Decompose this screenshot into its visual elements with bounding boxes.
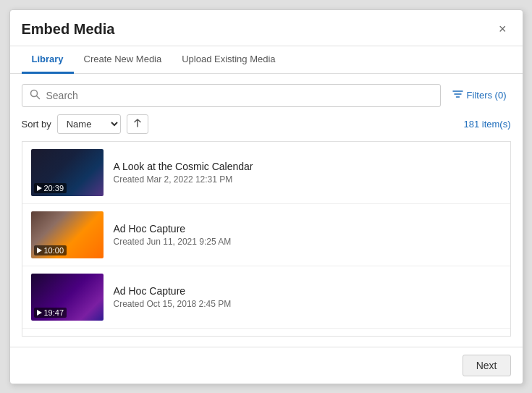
- filter-icon: [452, 90, 463, 100]
- embed-media-dialog: Embed Media × Library Create New Media U…: [9, 9, 523, 384]
- search-box: [22, 84, 441, 107]
- svg-line-1: [36, 96, 39, 98]
- duration-badge: 19:47: [34, 308, 67, 318]
- media-created: Created Mar 2, 2022 12:31 PM: [114, 174, 502, 185]
- item-count: 181 item(s): [463, 119, 510, 130]
- media-list[interactable]: 20:39 A Look at the Cosmic Calendar Crea…: [22, 142, 510, 336]
- media-title: Ad Hoc Capture: [114, 223, 502, 234]
- thumbnail: 20:39: [31, 149, 104, 196]
- thumbnail: 19:47: [31, 274, 104, 321]
- media-created: Created Oct 15, 2018 2:45 PM: [114, 299, 502, 309]
- list-item[interactable]: 10:00 Ad Hoc Capture Created Jun 11, 202…: [22, 204, 510, 266]
- tab-create-new-media[interactable]: Create New Media: [74, 46, 172, 74]
- close-button[interactable]: ×: [494, 20, 511, 38]
- media-info: Ad Hoc Capture Created Jun 11, 2021 9:25…: [114, 223, 502, 247]
- thumbnail: 10:00: [31, 211, 104, 258]
- play-icon: [37, 185, 42, 191]
- tab-bar: Library Create New Media Upload Existing…: [10, 46, 523, 74]
- play-icon: [37, 310, 42, 316]
- list-item[interactable]: 19:47 Ad Hoc Capture Created Oct 15, 201…: [22, 266, 510, 329]
- media-list-wrap: 20:39 A Look at the Cosmic Calendar Crea…: [22, 141, 511, 337]
- sort-label: Sort by: [22, 119, 51, 130]
- tab-upload-existing-media[interactable]: Upload Existing Media: [172, 46, 285, 74]
- media-title: Ad Hoc Capture: [114, 285, 502, 297]
- media-title: A Look at the Cosmic Calendar: [114, 161, 502, 172]
- sort-row: Sort by Name Date Duration 181 item(s): [22, 114, 511, 134]
- play-icon: [37, 248, 42, 253]
- search-row: Filters (0): [22, 84, 511, 107]
- dialog-content: Filters (0) Sort by Name Date Duration 1…: [10, 74, 523, 347]
- tab-library[interactable]: Library: [22, 46, 74, 74]
- filters-button[interactable]: Filters (0): [448, 87, 511, 103]
- list-item[interactable]: 20:39 A Look at the Cosmic Calendar Crea…: [22, 142, 510, 204]
- list-item[interactable]: [22, 329, 510, 336]
- media-info: Ad Hoc Capture Created Oct 15, 2018 2:45…: [114, 285, 502, 309]
- media-created: Created Jun 11, 2021 9:25 AM: [114, 237, 502, 247]
- duration-badge: 20:39: [34, 183, 67, 193]
- sort-asc-icon: [132, 118, 143, 128]
- sort-ascending-button[interactable]: [127, 114, 148, 134]
- sort-controls: Sort by Name Date Duration: [22, 114, 148, 134]
- search-icon: [30, 89, 41, 102]
- sort-select[interactable]: Name Date Duration: [57, 114, 121, 134]
- media-info: A Look at the Cosmic Calendar Created Ma…: [114, 161, 502, 185]
- filters-label: Filters (0): [467, 90, 507, 101]
- search-input[interactable]: [46, 90, 433, 101]
- dialog-footer: Next: [10, 347, 523, 384]
- duration-badge: 10:00: [34, 245, 67, 255]
- dialog-header: Embed Media ×: [10, 10, 523, 46]
- dialog-title: Embed Media: [22, 21, 115, 38]
- next-button[interactable]: Next: [463, 355, 511, 376]
